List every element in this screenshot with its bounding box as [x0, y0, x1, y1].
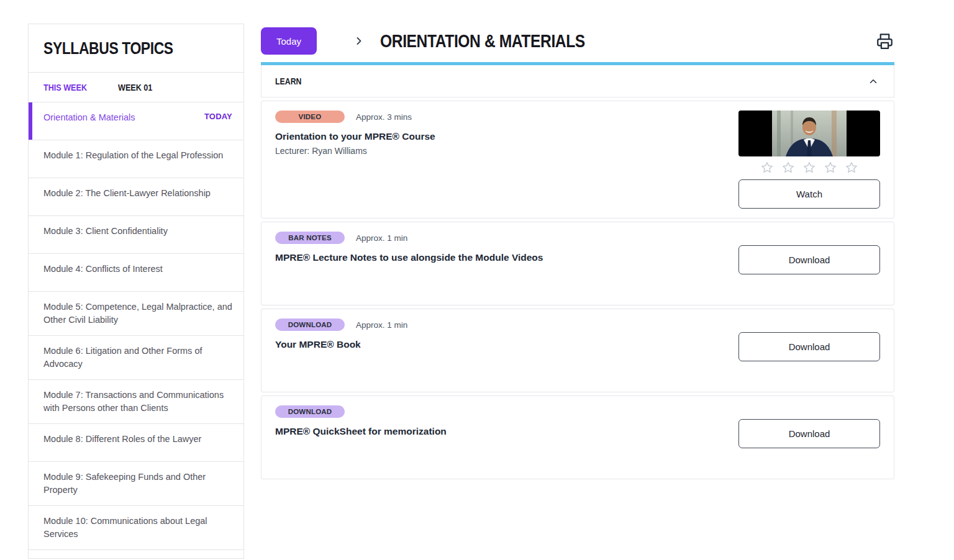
- sidebar-item-label: Module 9: Safekeeping Funds and Other Pr…: [43, 471, 232, 497]
- sidebar-item-module-2[interactable]: Module 2: The Client-Lawyer Relationship: [29, 178, 243, 216]
- sidebar-item-module-1[interactable]: Module 1: Regulation of the Legal Profes…: [29, 140, 243, 178]
- learn-section-title: LEARN: [275, 76, 301, 86]
- star-icon[interactable]: [802, 161, 816, 174]
- learn-card-book: DOWNLOAD Approx. 1 min Your MPRE® Book D…: [261, 309, 894, 392]
- card-actions: Watch: [738, 111, 880, 209]
- sidebar-item-label: Module 8: Different Roles of the Lawyer: [43, 433, 201, 446]
- lecturer-label: Lecturer: Ryan Williams: [275, 146, 720, 156]
- lecturer-thumbnail-image: [772, 111, 847, 156]
- sidebar-tabs: THIS WEEK WEEK 01: [29, 73, 243, 102]
- printer-icon: [876, 33, 893, 50]
- star-icon[interactable]: [760, 161, 774, 174]
- card-info: BAR NOTES Approx. 1 min MPRE® Lecture No…: [275, 232, 738, 296]
- bar-notes-badge: BAR NOTES: [275, 232, 345, 244]
- learn-card-video: VIDEO Approx. 3 mins Orientation to your…: [261, 101, 894, 219]
- sidebar-item-label: Module 6: Litigation and Other Forms of …: [43, 345, 232, 371]
- sidebar-item-module-6[interactable]: Module 6: Litigation and Other Forms of …: [29, 336, 243, 380]
- card-info: VIDEO Approx. 3 mins Orientation to your…: [275, 111, 738, 209]
- video-thumbnail[interactable]: [738, 111, 880, 156]
- card-info: DOWNLOAD MPRE® QuickSheet for memorizati…: [275, 405, 738, 469]
- tab-week-01[interactable]: WEEK 01: [118, 83, 152, 93]
- breadcrumb: Today ORIENTATION & MATERIALS: [261, 27, 894, 55]
- card-title: MPRE® QuickSheet for memorization: [275, 426, 720, 437]
- duration-label: Approx. 1 min: [356, 233, 407, 243]
- sidebar-item-label: Module 2: The Client-Lawyer Relationship: [43, 187, 211, 200]
- duration-label: Approx. 1 min: [356, 320, 407, 330]
- learn-card-bar-notes: BAR NOTES Approx. 1 min MPRE® Lecture No…: [261, 222, 894, 305]
- active-indicator: [29, 102, 32, 140]
- sidebar-item-module-11[interactable]: Module 11: Lawyers’ Duties to the Public…: [29, 550, 243, 559]
- download-button[interactable]: Download: [738, 332, 880, 361]
- today-button[interactable]: Today: [261, 27, 317, 55]
- chevron-right-icon: [353, 35, 365, 47]
- main-content: Today ORIENTATION & MATERIALS LEARN VIDE…: [261, 27, 894, 479]
- duration-label: Approx. 3 mins: [356, 112, 412, 122]
- sidebar-item-label: Module 10: Communications about Legal Se…: [43, 515, 232, 541]
- collapse-learn-button[interactable]: [866, 75, 880, 88]
- card-title: Your MPRE® Book: [275, 339, 720, 350]
- print-button[interactable]: [875, 32, 894, 51]
- video-badge: VIDEO: [275, 111, 345, 123]
- page-title: ORIENTATION & MATERIALS: [380, 31, 585, 52]
- sidebar-item-module-4[interactable]: Module 4: Conflicts of Interest: [29, 254, 243, 292]
- sidebar-item-module-9[interactable]: Module 9: Safekeeping Funds and Other Pr…: [29, 462, 243, 506]
- sidebar-item-label: Module 4: Conflicts of Interest: [43, 263, 163, 276]
- tab-this-week[interactable]: THIS WEEK: [43, 83, 87, 93]
- card-actions: Download: [738, 232, 880, 296]
- sidebar-item-label: Module 1: Regulation of the Legal Profes…: [43, 149, 223, 162]
- star-icon[interactable]: [824, 161, 837, 174]
- sidebar-item-module-3[interactable]: Module 3: Client Confidentiality: [29, 216, 243, 254]
- download-button[interactable]: Download: [738, 245, 880, 274]
- card-actions: Download: [738, 318, 880, 382]
- sidebar-item-label: Orientation & Materials: [43, 111, 135, 124]
- learn-section-header: LEARN: [261, 65, 894, 97]
- star-icon[interactable]: [845, 161, 858, 174]
- sidebar-item-label: Module 7: Transactions and Communication…: [43, 389, 232, 415]
- chevron-up-icon: [868, 76, 879, 87]
- sidebar-item-module-5[interactable]: Module 5: Competence, Legal Malpractice,…: [29, 292, 243, 336]
- sidebar-item-module-10[interactable]: Module 10: Communications about Legal Se…: [29, 506, 243, 550]
- sidebar-item-label: Module 3: Client Confidentiality: [43, 225, 168, 238]
- card-title: MPRE® Lecture Notes to use alongside the…: [275, 252, 720, 263]
- download-button[interactable]: Download: [738, 419, 880, 448]
- rating-stars[interactable]: [738, 161, 880, 174]
- card-info: DOWNLOAD Approx. 1 min Your MPRE® Book: [275, 318, 738, 382]
- download-badge: DOWNLOAD: [275, 318, 345, 331]
- watch-button[interactable]: Watch: [738, 179, 880, 209]
- sidebar-item-label: Module 5: Competence, Legal Malpractice,…: [43, 300, 232, 327]
- sidebar-title: SYLLABUS TOPICS: [43, 39, 201, 58]
- sidebar-item-module-7[interactable]: Module 7: Transactions and Communication…: [29, 380, 243, 424]
- sidebar-item-module-8[interactable]: Module 8: Different Roles of the Lawyer: [29, 424, 243, 462]
- learn-card-quicksheet: DOWNLOAD MPRE® QuickSheet for memorizati…: [261, 395, 894, 479]
- download-badge: DOWNLOAD: [275, 405, 345, 418]
- card-actions: Download: [738, 405, 880, 469]
- sidebar-header: SYLLABUS TOPICS: [29, 24, 243, 73]
- star-icon[interactable]: [781, 161, 795, 174]
- sidebar-item-orientation[interactable]: Orientation & Materials TODAY: [29, 102, 243, 140]
- card-title: Orientation to your MPRE® Course: [275, 131, 720, 142]
- syllabus-sidebar: SYLLABUS TOPICS THIS WEEK WEEK 01 Orient…: [28, 24, 244, 559]
- today-badge: TODAY: [204, 111, 232, 123]
